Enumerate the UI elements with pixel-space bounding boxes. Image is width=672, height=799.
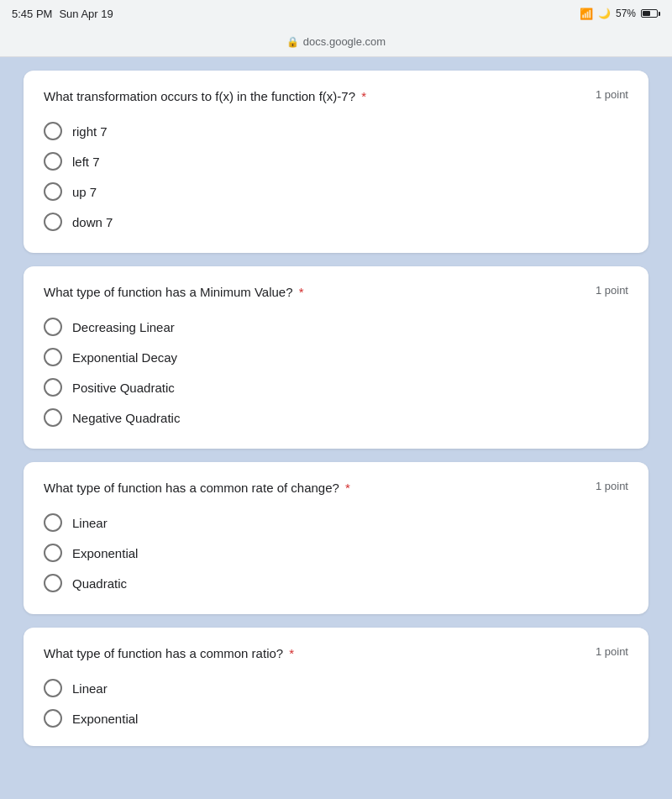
radio-q3-2[interactable] — [44, 544, 62, 562]
option-q1-3[interactable]: up 7 — [44, 181, 628, 202]
options-list-2: Decreasing Linear Exponential Decay Posi… — [44, 316, 628, 428]
url-text: docs.google.com — [303, 35, 386, 48]
question-card-2: What type of function has a Minimum Valu… — [24, 266, 648, 449]
question-card-3: What type of function has a common rate … — [24, 462, 648, 614]
option-label-q4-1: Linear — [72, 681, 108, 696]
radio-q2-4[interactable] — [44, 408, 62, 427]
wifi-icon: 📶 — [580, 8, 593, 20]
battery-percent: 57% — [616, 8, 636, 19]
option-label-q2-1: Decreasing Linear — [72, 320, 175, 334]
option-label-q1-3: up 7 — [72, 185, 97, 199]
question-header-2: What type of function has a Minimum Valu… — [44, 283, 628, 301]
radio-q2-2[interactable] — [44, 348, 62, 366]
option-q2-3[interactable]: Positive Quadratic — [44, 376, 628, 398]
radio-q1-3[interactable] — [44, 182, 62, 201]
radio-q2-1[interactable] — [44, 318, 62, 336]
status-date: Sun Apr 19 — [59, 8, 113, 20]
question-points-3: 1 point — [596, 479, 628, 492]
lock-icon: 🔒 — [286, 36, 299, 48]
required-marker-1: * — [358, 89, 366, 103]
question-card-4: What type of function has a common ratio… — [24, 628, 648, 746]
browser-url[interactable]: 🔒 docs.google.com — [286, 35, 386, 48]
option-label-q1-1: right 7 — [72, 124, 108, 139]
option-q1-2[interactable]: left 7 — [44, 150, 628, 172]
option-q1-4[interactable]: down 7 — [44, 211, 628, 233]
question-points-2: 1 point — [596, 283, 628, 297]
status-bar-left: 5:45 PM Sun Apr 19 — [12, 8, 113, 20]
status-time: 5:45 PM — [12, 8, 52, 20]
radio-q4-1[interactable] — [44, 679, 62, 697]
option-q4-1[interactable]: Linear — [44, 677, 628, 699]
radio-q1-2[interactable] — [44, 152, 62, 171]
option-label-q1-4: down 7 — [72, 215, 113, 229]
option-label-q3-2: Exponential — [72, 546, 138, 560]
question-points-4: 1 point — [596, 644, 628, 658]
radio-q1-1[interactable] — [44, 122, 62, 140]
option-label-q2-4: Negative Quadratic — [72, 411, 180, 425]
option-q2-4[interactable]: Negative Quadratic — [44, 407, 628, 428]
radio-q1-4[interactable] — [44, 213, 62, 231]
options-list-3: Linear Exponential Quadratic — [44, 512, 628, 594]
option-q3-2[interactable]: Exponential — [44, 542, 628, 564]
radio-q2-3[interactable] — [44, 378, 62, 397]
question-header-3: What type of function has a common rate … — [44, 479, 628, 497]
question-header-1: What transformation occurs to f(x) in th… — [44, 87, 628, 105]
battery-icon — [641, 9, 660, 18]
option-label-q1-2: left 7 — [72, 155, 100, 169]
browser-bar: 🔒 docs.google.com — [0, 27, 672, 57]
option-q3-1[interactable]: Linear — [44, 512, 628, 534]
option-q4-2[interactable]: Exponential — [44, 707, 628, 729]
options-list-4: Linear Exponential — [44, 677, 628, 746]
option-label-q3-1: Linear — [72, 516, 108, 530]
option-label-q2-2: Exponential Decay — [72, 350, 177, 365]
question-text-4: What type of function has a common ratio… — [44, 644, 582, 662]
radio-q4-2[interactable] — [44, 709, 62, 728]
question-text-3: What type of function has a common rate … — [44, 479, 582, 497]
main-content: What transformation occurs to f(x) in th… — [0, 57, 672, 760]
options-list-1: right 7 left 7 up 7 down 7 — [44, 120, 628, 233]
moon-icon: 🌙 — [598, 8, 611, 19]
question-text-2: What type of function has a Minimum Valu… — [44, 283, 582, 301]
status-bar: 5:45 PM Sun Apr 19 📶 🌙 57% — [0, 0, 672, 27]
option-q3-3[interactable]: Quadratic — [44, 572, 628, 594]
option-label-q4-2: Exponential — [72, 712, 138, 726]
required-marker-4: * — [286, 646, 294, 660]
required-marker-3: * — [342, 481, 350, 495]
radio-q3-1[interactable] — [44, 513, 62, 532]
option-q1-1[interactable]: right 7 — [44, 120, 628, 142]
option-q2-2[interactable]: Exponential Decay — [44, 346, 628, 368]
option-q2-1[interactable]: Decreasing Linear — [44, 316, 628, 338]
required-marker-2: * — [296, 285, 304, 299]
question-header-4: What type of function has a common ratio… — [44, 644, 628, 662]
radio-q3-3[interactable] — [44, 574, 62, 592]
question-card-1: What transformation occurs to f(x) in th… — [24, 71, 648, 253]
question-text-1: What transformation occurs to f(x) in th… — [44, 87, 582, 105]
option-label-q2-3: Positive Quadratic — [72, 381, 175, 395]
status-bar-right: 📶 🌙 57% — [580, 8, 660, 20]
question-points-1: 1 point — [596, 87, 628, 101]
option-label-q3-3: Quadratic — [72, 576, 127, 591]
